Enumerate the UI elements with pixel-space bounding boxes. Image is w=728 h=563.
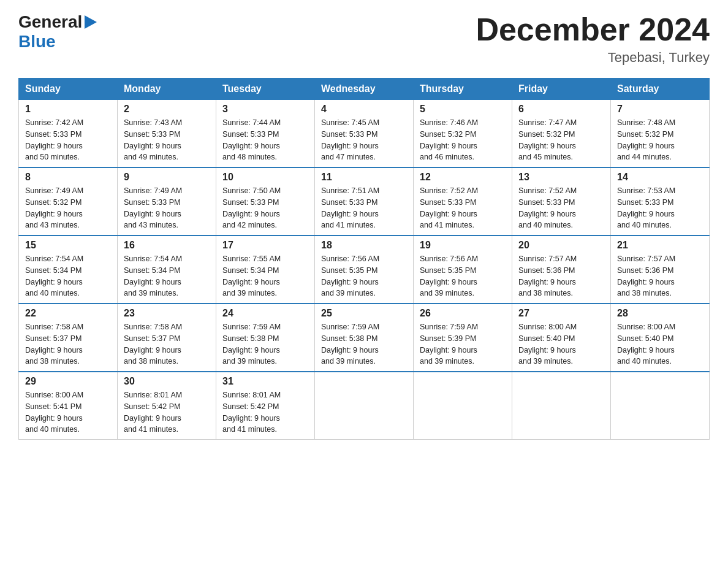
day-number: 18 <box>321 240 407 251</box>
calendar-cell: 11Sunrise: 7:51 AMSunset: 5:33 PMDayligh… <box>315 167 414 236</box>
calendar-header-monday: Monday <box>118 79 216 100</box>
day-info: Sunrise: 7:48 AMSunset: 5:32 PMDaylight:… <box>617 117 703 163</box>
day-number: 11 <box>321 172 407 183</box>
day-number: 20 <box>518 240 604 251</box>
day-info: Sunrise: 7:56 AMSunset: 5:35 PMDaylight:… <box>321 253 407 299</box>
day-number: 16 <box>124 240 210 251</box>
day-info: Sunrise: 7:58 AMSunset: 5:37 PMDaylight:… <box>124 321 210 367</box>
calendar-cell: 23Sunrise: 7:58 AMSunset: 5:37 PMDayligh… <box>118 304 216 372</box>
day-number: 5 <box>420 104 506 115</box>
title-block: December 2024 Tepebasi, Turkey <box>476 12 710 66</box>
calendar-cell: 27Sunrise: 8:00 AMSunset: 5:40 PMDayligh… <box>512 304 611 372</box>
week-row-5: 29Sunrise: 8:00 AMSunset: 5:41 PMDayligh… <box>19 372 710 440</box>
day-number: 15 <box>25 240 111 251</box>
calendar-cell: 6Sunrise: 7:47 AMSunset: 5:32 PMDaylight… <box>512 100 611 168</box>
calendar-cell: 25Sunrise: 7:59 AMSunset: 5:38 PMDayligh… <box>315 304 414 372</box>
day-number: 3 <box>222 104 308 115</box>
calendar-header-row: SundayMondayTuesdayWednesdayThursdayFrid… <box>19 79 710 100</box>
day-info: Sunrise: 7:57 AMSunset: 5:36 PMDaylight:… <box>617 253 703 299</box>
day-info: Sunrise: 7:59 AMSunset: 5:38 PMDaylight:… <box>321 321 407 367</box>
day-info: Sunrise: 7:59 AMSunset: 5:38 PMDaylight:… <box>222 321 308 367</box>
day-number: 13 <box>518 172 604 183</box>
day-number: 2 <box>124 104 210 115</box>
calendar-cell: 9Sunrise: 7:49 AMSunset: 5:33 PMDaylight… <box>118 167 216 236</box>
day-info: Sunrise: 7:42 AMSunset: 5:33 PMDaylight:… <box>25 117 111 163</box>
day-info: Sunrise: 7:52 AMSunset: 5:33 PMDaylight:… <box>518 185 604 231</box>
day-info: Sunrise: 7:55 AMSunset: 5:34 PMDaylight:… <box>222 253 308 299</box>
calendar-cell: 13Sunrise: 7:52 AMSunset: 5:33 PMDayligh… <box>512 167 611 236</box>
day-number: 31 <box>222 376 308 387</box>
location: Tepebasi, Turkey <box>476 50 710 66</box>
day-info: Sunrise: 7:54 AMSunset: 5:34 PMDaylight:… <box>25 253 111 299</box>
calendar-cell <box>512 372 611 440</box>
day-info: Sunrise: 8:01 AMSunset: 5:42 PMDaylight:… <box>222 389 308 435</box>
calendar-header-friday: Friday <box>512 79 611 100</box>
day-info: Sunrise: 7:43 AMSunset: 5:33 PMDaylight:… <box>124 117 210 163</box>
calendar-header-thursday: Thursday <box>414 79 512 100</box>
calendar-cell: 24Sunrise: 7:59 AMSunset: 5:38 PMDayligh… <box>216 304 315 372</box>
day-info: Sunrise: 7:56 AMSunset: 5:35 PMDaylight:… <box>420 253 506 299</box>
day-info: Sunrise: 7:59 AMSunset: 5:39 PMDaylight:… <box>420 321 506 367</box>
day-info: Sunrise: 7:58 AMSunset: 5:37 PMDaylight:… <box>25 321 111 367</box>
day-number: 25 <box>321 308 407 319</box>
calendar-cell <box>611 372 710 440</box>
day-info: Sunrise: 7:51 AMSunset: 5:33 PMDaylight:… <box>321 185 407 231</box>
calendar-cell: 18Sunrise: 7:56 AMSunset: 5:35 PMDayligh… <box>315 236 414 304</box>
calendar-cell: 16Sunrise: 7:54 AMSunset: 5:34 PMDayligh… <box>118 236 216 304</box>
day-info: Sunrise: 7:49 AMSunset: 5:32 PMDaylight:… <box>25 185 111 231</box>
calendar-header-tuesday: Tuesday <box>216 79 315 100</box>
calendar-cell: 22Sunrise: 7:58 AMSunset: 5:37 PMDayligh… <box>19 304 118 372</box>
day-number: 14 <box>617 172 703 183</box>
calendar-header-wednesday: Wednesday <box>315 79 414 100</box>
calendar-cell: 10Sunrise: 7:50 AMSunset: 5:33 PMDayligh… <box>216 167 315 236</box>
week-row-3: 15Sunrise: 7:54 AMSunset: 5:34 PMDayligh… <box>19 236 710 304</box>
month-title: December 2024 <box>476 12 710 47</box>
day-info: Sunrise: 7:45 AMSunset: 5:33 PMDaylight:… <box>321 117 407 163</box>
day-number: 7 <box>617 104 703 115</box>
logo-arrow-icon <box>85 15 97 29</box>
day-number: 10 <box>222 172 308 183</box>
calendar-cell: 26Sunrise: 7:59 AMSunset: 5:39 PMDayligh… <box>414 304 512 372</box>
calendar-cell: 4Sunrise: 7:45 AMSunset: 5:33 PMDaylight… <box>315 100 414 168</box>
day-info: Sunrise: 7:54 AMSunset: 5:34 PMDaylight:… <box>124 253 210 299</box>
day-info: Sunrise: 7:57 AMSunset: 5:36 PMDaylight:… <box>518 253 604 299</box>
day-info: Sunrise: 7:53 AMSunset: 5:33 PMDaylight:… <box>617 185 703 231</box>
logo-general-text: General <box>18 12 82 32</box>
day-number: 9 <box>124 172 210 183</box>
day-number: 30 <box>124 376 210 387</box>
calendar-cell: 20Sunrise: 7:57 AMSunset: 5:36 PMDayligh… <box>512 236 611 304</box>
day-info: Sunrise: 7:47 AMSunset: 5:32 PMDaylight:… <box>518 117 604 163</box>
day-number: 1 <box>25 104 111 115</box>
day-info: Sunrise: 7:50 AMSunset: 5:33 PMDaylight:… <box>222 185 308 231</box>
calendar-cell: 15Sunrise: 7:54 AMSunset: 5:34 PMDayligh… <box>19 236 118 304</box>
calendar-cell: 7Sunrise: 7:48 AMSunset: 5:32 PMDaylight… <box>611 100 710 168</box>
day-info: Sunrise: 7:52 AMSunset: 5:33 PMDaylight:… <box>420 185 506 231</box>
week-row-4: 22Sunrise: 7:58 AMSunset: 5:37 PMDayligh… <box>19 304 710 372</box>
day-number: 12 <box>420 172 506 183</box>
calendar-cell: 12Sunrise: 7:52 AMSunset: 5:33 PMDayligh… <box>414 167 512 236</box>
day-number: 24 <box>222 308 308 319</box>
day-number: 22 <box>25 308 111 319</box>
day-number: 27 <box>518 308 604 319</box>
day-info: Sunrise: 8:01 AMSunset: 5:42 PMDaylight:… <box>124 389 210 435</box>
calendar-cell: 14Sunrise: 7:53 AMSunset: 5:33 PMDayligh… <box>611 167 710 236</box>
calendar-cell: 19Sunrise: 7:56 AMSunset: 5:35 PMDayligh… <box>414 236 512 304</box>
svg-marker-0 <box>85 15 97 29</box>
day-number: 26 <box>420 308 506 319</box>
day-number: 28 <box>617 308 703 319</box>
day-info: Sunrise: 8:00 AMSunset: 5:41 PMDaylight:… <box>25 389 111 435</box>
day-number: 6 <box>518 104 604 115</box>
calendar-cell: 30Sunrise: 8:01 AMSunset: 5:42 PMDayligh… <box>118 372 216 440</box>
page-header: General Blue December 2024 Tepebasi, Tur… <box>18 12 710 66</box>
day-number: 4 <box>321 104 407 115</box>
calendar-cell: 8Sunrise: 7:49 AMSunset: 5:32 PMDaylight… <box>19 167 118 236</box>
calendar-header-sunday: Sunday <box>19 79 118 100</box>
day-number: 21 <box>617 240 703 251</box>
day-info: Sunrise: 7:46 AMSunset: 5:32 PMDaylight:… <box>420 117 506 163</box>
calendar-cell: 21Sunrise: 7:57 AMSunset: 5:36 PMDayligh… <box>611 236 710 304</box>
calendar-cell: 3Sunrise: 7:44 AMSunset: 5:33 PMDaylight… <box>216 100 315 168</box>
day-number: 19 <box>420 240 506 251</box>
calendar-cell <box>414 372 512 440</box>
logo-blue-text: Blue <box>18 32 56 51</box>
calendar-cell: 2Sunrise: 7:43 AMSunset: 5:33 PMDaylight… <box>118 100 216 168</box>
